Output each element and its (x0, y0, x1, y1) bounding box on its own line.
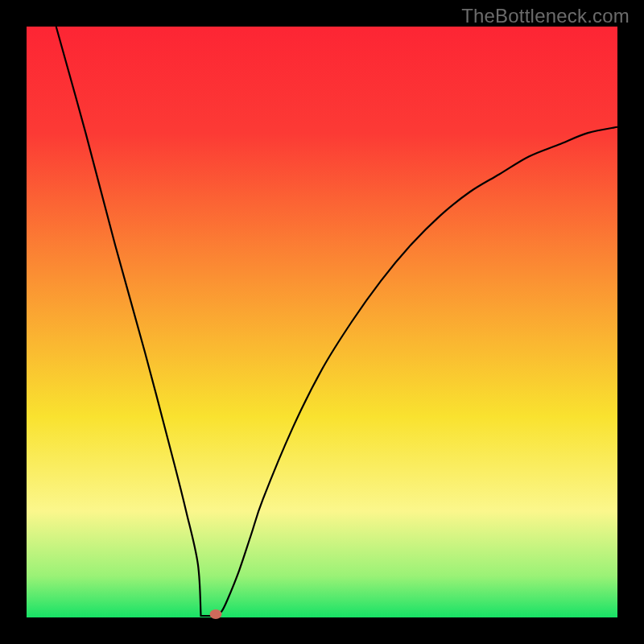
chart-frame: TheBottleneck.com (0, 0, 644, 644)
watermark-text: TheBottleneck.com (461, 5, 630, 27)
curve-line (56, 27, 617, 616)
bottleneck-curve (27, 27, 617, 617)
optimal-point-marker (209, 609, 221, 619)
plot-area (27, 27, 617, 617)
